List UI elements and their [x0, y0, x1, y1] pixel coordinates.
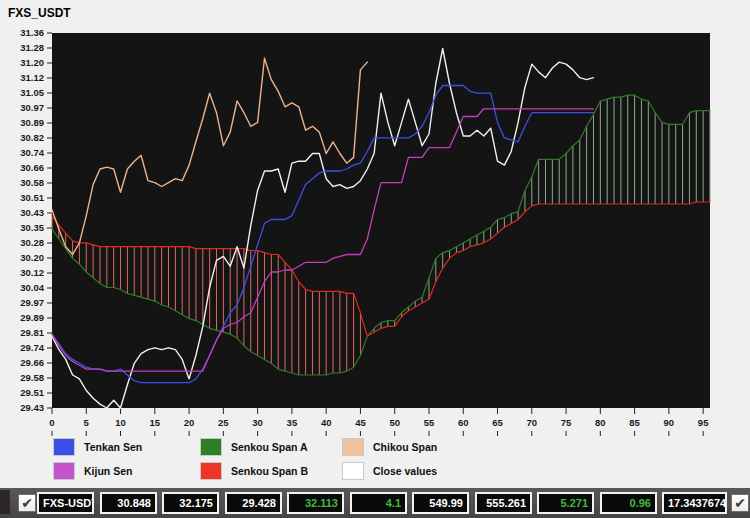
svg-text:70: 70 — [527, 417, 538, 428]
svg-text:25: 25 — [218, 417, 229, 428]
svg-text:29.97: 29.97 — [20, 297, 44, 308]
svg-text:30.97: 30.97 — [20, 102, 44, 113]
symbol-enable-checkbox[interactable]: ✔ — [18, 494, 36, 512]
symbol-field: FXS-USDT — [37, 492, 94, 514]
svg-text:40: 40 — [321, 417, 332, 428]
close-values-swatch-icon — [342, 462, 364, 480]
status-bar: ✔ FXS-USDT 30.848 32.175 29.428 32.113 4… — [0, 488, 750, 518]
legend-label: Kijun Sen — [84, 465, 132, 477]
legend-item-senkou-span-b: Senkou Span B — [200, 461, 308, 481]
svg-text:0: 0 — [49, 417, 54, 428]
value-field-8: 5.271 — [537, 492, 594, 514]
senkou-span-a-swatch-icon — [200, 438, 222, 456]
svg-text:29.81: 29.81 — [20, 327, 44, 338]
svg-text:30.43: 30.43 — [20, 207, 44, 218]
svg-text:55: 55 — [424, 417, 435, 428]
legend-item-senkou-span-a: Senkou Span A — [200, 437, 308, 457]
svg-text:29.51: 29.51 — [20, 387, 44, 398]
svg-text:31.12: 31.12 — [20, 72, 44, 83]
svg-text:31.36: 31.36 — [20, 27, 44, 38]
resize-grip — [0, 490, 10, 514]
svg-text:15: 15 — [150, 417, 161, 428]
value-field-5: 4.1 — [350, 492, 407, 514]
legend-item-close-values: Close values — [342, 461, 437, 481]
svg-text:30.20: 30.20 — [20, 252, 44, 263]
svg-text:35: 35 — [287, 417, 298, 428]
svg-text:30.74: 30.74 — [20, 147, 44, 158]
svg-text:30.28: 30.28 — [20, 237, 44, 248]
svg-text:29.66: 29.66 — [20, 357, 44, 368]
svg-text:30.58: 30.58 — [20, 177, 44, 188]
svg-text:30: 30 — [252, 417, 263, 428]
svg-text:31.20: 31.20 — [20, 57, 44, 68]
price-chart: 31.3631.2831.2031.1231.0530.9730.8930.82… — [0, 0, 750, 487]
svg-text:30.66: 30.66 — [20, 162, 44, 173]
svg-text:50: 50 — [389, 417, 400, 428]
value-field-4: 32.113 — [287, 492, 344, 514]
svg-text:90: 90 — [664, 417, 675, 428]
svg-text:75: 75 — [561, 417, 572, 428]
legend-item-chikou-span: Chikou Span — [342, 437, 437, 457]
senkou-span-b-swatch-icon — [200, 462, 222, 480]
kijun-sen-swatch-icon — [53, 462, 75, 480]
value-field-7: 555.261 — [475, 492, 532, 514]
svg-text:29.58: 29.58 — [20, 372, 44, 383]
svg-text:30.12: 30.12 — [20, 267, 44, 278]
svg-text:45: 45 — [355, 417, 366, 428]
legend-label: Senkou Span A — [231, 441, 308, 453]
legend-label: Close values — [373, 465, 437, 477]
svg-text:85: 85 — [629, 417, 640, 428]
svg-text:29.89: 29.89 — [20, 312, 44, 323]
svg-text:31.05: 31.05 — [20, 87, 44, 98]
svg-text:30.51: 30.51 — [20, 192, 44, 203]
svg-text:20: 20 — [184, 417, 195, 428]
value-field-6: 549.99 — [412, 492, 469, 514]
tenkan-sen-swatch-icon — [53, 438, 75, 456]
svg-text:29.43: 29.43 — [20, 402, 44, 413]
right-enable-checkbox[interactable]: ✔ — [731, 494, 749, 512]
svg-text:60: 60 — [458, 417, 469, 428]
value-field-10: 17.3437674 — [662, 492, 727, 514]
svg-text:10: 10 — [115, 417, 126, 428]
legend-item-tenkan-sen: Tenkan Sen — [53, 437, 142, 457]
svg-text:65: 65 — [492, 417, 503, 428]
svg-text:31.28: 31.28 — [20, 42, 44, 53]
legend-item-kijun-sen: Kijun Sen — [53, 461, 132, 481]
value-field-9: 0.96 — [600, 492, 657, 514]
svg-text:80: 80 — [595, 417, 606, 428]
svg-text:29.74: 29.74 — [20, 342, 44, 353]
svg-text:5: 5 — [84, 417, 90, 428]
chikou-span-swatch-icon — [342, 438, 364, 456]
legend-label: Chikou Span — [373, 441, 437, 453]
value-field-3: 29.428 — [225, 492, 282, 514]
legend-label: Senkou Span B — [231, 465, 308, 477]
svg-text:30.35: 30.35 — [20, 222, 44, 233]
svg-text:30.82: 30.82 — [20, 132, 44, 143]
svg-text:95: 95 — [698, 417, 709, 428]
value-field-1: 30.848 — [100, 492, 157, 514]
value-field-2: 32.175 — [162, 492, 219, 514]
svg-text:30.04: 30.04 — [20, 282, 44, 293]
legend-label: Tenkan Sen — [84, 441, 142, 453]
svg-text:30.89: 30.89 — [20, 117, 44, 128]
